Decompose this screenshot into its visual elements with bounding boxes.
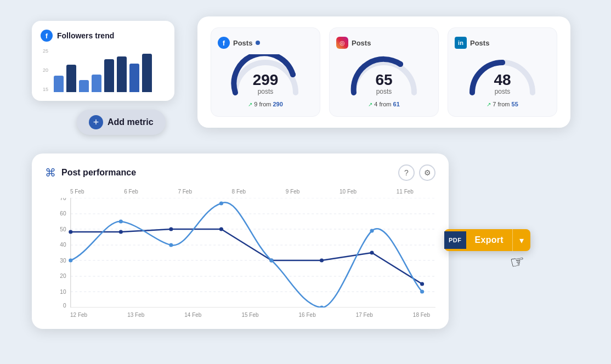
bar-2	[66, 65, 76, 92]
performance-icon: ⌘	[45, 166, 56, 179]
li-change-from: 55	[512, 101, 518, 107]
bar-1	[54, 76, 64, 92]
svg-point-27	[420, 282, 424, 286]
chart-y-labels: 25 20 15	[43, 48, 48, 92]
li-gauge-value: 48 posts	[494, 72, 511, 95]
fb-change-text: ↗ 9 from 290	[248, 101, 283, 107]
export-label: Export	[466, 230, 512, 251]
svg-point-35	[420, 290, 424, 294]
fb-gauge: 299 posts	[230, 54, 301, 95]
fb-up-arrow: ↗	[248, 101, 252, 107]
li-change-up: 7	[493, 101, 496, 107]
performance-card: ⌘ Post performance ? ⚙ 5 Feb 6 Feb 7 Feb…	[32, 153, 449, 329]
followers-chart-area: 25 20 15	[41, 48, 166, 92]
fb-gauge-value: 299 posts	[253, 72, 279, 95]
ig-gauge: 65 posts	[348, 54, 420, 95]
fb-unit: posts	[253, 88, 279, 95]
chart-svg: 70 60 50 40 30 20 10 0	[45, 198, 435, 308]
svg-point-1	[398, 61, 403, 67]
fb-posts-title: Posts	[233, 39, 252, 47]
svg-point-28	[69, 259, 72, 263]
svg-point-31	[219, 202, 223, 206]
li-unit: posts	[494, 88, 511, 95]
export-dropdown-arrow[interactable]: ▾	[513, 230, 530, 251]
ig-count: 65	[375, 72, 392, 88]
main-container: f Followers trend 25 20 15 + Add metr	[0, 0, 611, 364]
fb-posts-card: f Posts 299 posts ↗	[211, 27, 320, 117]
followers-card-title: Followers trend	[57, 31, 114, 40]
li-count: 48	[494, 72, 511, 88]
help-icon: ?	[404, 168, 409, 177]
add-metric-label: Add metric	[108, 117, 154, 127]
svg-text:60: 60	[60, 211, 66, 217]
svg-text:20: 20	[60, 273, 66, 279]
svg-text:50: 50	[60, 226, 66, 232]
li-posts-icon: in	[455, 37, 467, 49]
svg-point-26	[370, 251, 374, 255]
svg-text:40: 40	[60, 242, 66, 248]
perf-title-group: ⌘ Post performance	[45, 166, 136, 179]
settings-button[interactable]: ⚙	[419, 164, 435, 181]
svg-point-33	[320, 306, 324, 308]
svg-point-22	[169, 228, 173, 231]
bar-4	[92, 75, 101, 92]
performance-header: ⌘ Post performance ? ⚙	[45, 164, 435, 181]
fb-change-from: 290	[273, 101, 282, 107]
svg-text:10: 10	[60, 289, 66, 295]
svg-point-34	[370, 229, 374, 233]
ig-posts-icon: ◎	[336, 37, 348, 49]
svg-point-21	[119, 230, 123, 234]
ig-up-arrow: ↗	[368, 101, 372, 107]
pdf-badge: PDF	[444, 231, 466, 249]
svg-point-23	[219, 228, 223, 231]
x-axis-bottom: 12 Feb 13 Feb 14 Feb 15 Feb 16 Feb 17 Fe…	[45, 310, 435, 318]
chart-bars	[54, 48, 163, 92]
svg-point-29	[119, 220, 123, 224]
cursor: ☞	[508, 251, 527, 272]
bar-7	[129, 64, 139, 92]
li-change-text: ↗ 7 from 55	[486, 101, 518, 107]
svg-point-2	[500, 60, 505, 65]
li-posts-title: Posts	[470, 39, 489, 47]
followers-card-header: f Followers trend	[41, 30, 166, 42]
ig-unit: posts	[375, 88, 392, 95]
svg-point-0	[290, 72, 296, 77]
plus-icon: +	[89, 115, 103, 129]
ig-posts-header: ◎ Posts	[336, 37, 432, 49]
fb-dot-indicator	[256, 41, 260, 45]
posts-panel: f Posts 299 posts ↗	[197, 16, 570, 128]
li-gauge: 48 posts	[467, 54, 538, 95]
add-metric-button[interactable]: + Add metric	[77, 110, 166, 135]
help-button[interactable]: ?	[398, 164, 415, 181]
bar-6	[117, 56, 127, 92]
li-posts-header: in Posts	[455, 37, 550, 49]
fb-count: 299	[253, 72, 279, 88]
facebook-icon: f	[41, 30, 53, 42]
svg-point-30	[169, 243, 173, 247]
bar-5	[104, 59, 114, 92]
svg-point-32	[269, 259, 273, 263]
svg-text:0: 0	[63, 303, 66, 308]
ig-change-up: 4	[374, 101, 377, 107]
performance-title: Post performance	[61, 168, 136, 178]
settings-icon: ⚙	[424, 168, 431, 177]
li-up-arrow: ↗	[486, 101, 491, 107]
bar-3	[79, 80, 89, 92]
ig-posts-card: ◎ Posts 65 posts ↗ 4 from 61	[329, 27, 439, 117]
ig-gauge-value: 65 posts	[375, 72, 392, 95]
svg-text:70: 70	[60, 198, 66, 201]
fb-posts-icon: f	[218, 37, 230, 49]
fb-posts-header: f Posts	[218, 37, 313, 49]
ig-change-text: ↗ 4 from 61	[368, 101, 400, 107]
fb-change-up: 9	[254, 101, 257, 107]
li-posts-card: in Posts 48 posts ↗ 7 from 55	[448, 27, 557, 117]
bar-8	[142, 54, 152, 92]
ig-change-from: 61	[393, 101, 400, 107]
svg-point-25	[320, 259, 324, 263]
export-button[interactable]: PDF Export ▾	[444, 229, 530, 251]
performance-chart: 5 Feb 6 Feb 7 Feb 8 Feb 9 Feb 10 Feb 11 …	[45, 189, 435, 320]
followers-trend-card: f Followers trend 25 20 15	[32, 21, 174, 101]
svg-text:30: 30	[60, 258, 66, 264]
perf-actions: ? ⚙	[398, 164, 435, 181]
x-axis-top: 5 Feb 6 Feb 7 Feb 8 Feb 9 Feb 10 Feb 11 …	[45, 189, 435, 198]
